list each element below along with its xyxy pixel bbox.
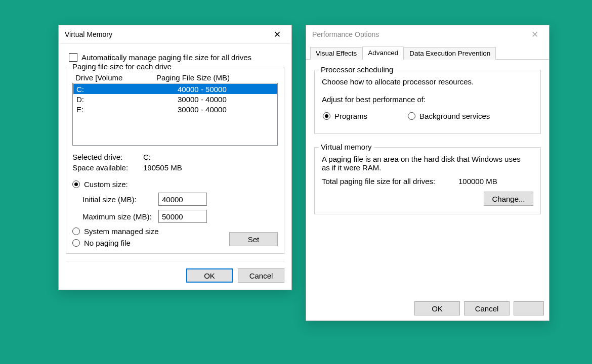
- ok-button[interactable]: OK: [186, 268, 233, 283]
- group-legend: Virtual memory: [319, 143, 374, 151]
- drive-name: C:: [76, 85, 178, 94]
- drive-size: 30000 - 40000: [178, 105, 274, 114]
- cancel-button-label: Cancel: [475, 304, 499, 313]
- tab-label: Data Execution Prevention: [409, 50, 490, 57]
- titlebar[interactable]: Performance Options ✕: [306, 25, 549, 43]
- change-button[interactable]: Change...: [484, 192, 533, 206]
- auto-manage-checkbox[interactable]: Automatically manage paging file size fo…: [69, 53, 281, 62]
- total-paging-row: Total paging file size for all drives: 1…: [322, 177, 533, 186]
- drive-name: E:: [76, 105, 178, 114]
- drive-size: 40000 - 50000: [178, 85, 274, 94]
- col-size-label: Paging File Size (MB): [156, 73, 275, 82]
- initial-size-label: Initial size (MB):: [82, 195, 158, 204]
- space-available-label: Space available:: [72, 163, 143, 172]
- background-services-radio[interactable]: Background services: [408, 112, 490, 120]
- tab-label: Advanced: [368, 49, 398, 57]
- apply-button[interactable]: Apply: [514, 301, 544, 315]
- tab-strip: Visual Effects Advanced Data Execution P…: [306, 43, 549, 60]
- auto-manage-label: Automatically manage paging file size fo…: [81, 53, 251, 62]
- cancel-button[interactable]: Cancel: [238, 268, 284, 283]
- space-available-row: Space available: 190505 MB: [72, 163, 278, 172]
- change-button-label: Change...: [492, 195, 525, 203]
- virtual-memory-desc: A paging file is an area on the hard dis…: [322, 155, 524, 172]
- custom-size-label: Custom size:: [84, 180, 128, 189]
- close-icon[interactable]: ✕: [524, 27, 546, 42]
- drive-name: D:: [76, 95, 178, 104]
- radio-icon: [408, 112, 415, 120]
- maximum-size-input[interactable]: [158, 210, 207, 223]
- drive-size: 30000 - 40000: [178, 95, 274, 104]
- system-managed-label: System managed size: [84, 227, 159, 236]
- group-legend: Paging file size for each drive: [70, 62, 174, 71]
- maximum-size-label: Maximum size (MB):: [82, 212, 158, 221]
- drive-list-row[interactable]: E: 30000 - 40000: [73, 104, 277, 114]
- performance-options-dialog: Performance Options ✕ Visual Effects Adv…: [306, 25, 549, 321]
- col-drive-label: Drive [Volume: [75, 73, 156, 82]
- total-paging-value: 100000 MB: [458, 177, 497, 186]
- processor-scheduling-group: Processor scheduling Choose how to alloc…: [314, 70, 541, 134]
- drive-list[interactable]: C: 40000 - 50000 D: 30000 - 40000 E: 300…: [72, 83, 278, 146]
- selected-drive-value: C:: [143, 153, 151, 161]
- initial-size-input[interactable]: [158, 193, 207, 206]
- paging-file-size-group: Paging file size for each drive Drive [V…: [66, 67, 284, 254]
- set-button[interactable]: Set: [229, 232, 278, 246]
- radio-icon: [72, 239, 80, 247]
- set-button-label: Set: [248, 235, 260, 244]
- selected-drive-row: Selected drive: C:: [72, 153, 278, 161]
- cancel-button-label: Cancel: [249, 271, 273, 280]
- virtual-memory-group: Virtual memory A paging file is an area …: [314, 147, 541, 214]
- selected-drive-label: Selected drive:: [72, 153, 143, 161]
- tab-label: Visual Effects: [316, 50, 357, 57]
- titlebar[interactable]: Virtual Memory ✕: [59, 25, 291, 43]
- close-icon[interactable]: ✕: [266, 27, 288, 42]
- total-paging-label: Total paging file size for all drives:: [322, 177, 458, 186]
- window-title: Performance Options: [312, 30, 379, 38]
- custom-size-radio[interactable]: Custom size:: [72, 180, 278, 189]
- background-label: Background services: [419, 112, 490, 120]
- window-title: Virtual Memory: [65, 30, 112, 38]
- radio-icon: [72, 228, 80, 235]
- processor-scheduling-desc: Choose how to allocate processor resourc…: [322, 77, 533, 86]
- drive-list-header: Drive [Volume Paging File Size (MB): [72, 73, 278, 82]
- ok-button-label: OK: [432, 304, 443, 313]
- tab-dep[interactable]: Data Execution Prevention: [404, 47, 496, 60]
- adjust-for-label: Adjust for best performance of:: [322, 95, 533, 104]
- cancel-button[interactable]: Cancel: [464, 301, 510, 315]
- ok-button-label: OK: [204, 271, 215, 280]
- checkbox-icon: [69, 53, 77, 62]
- group-legend: Processor scheduling: [319, 65, 395, 74]
- radio-icon: [323, 112, 330, 120]
- drive-list-row[interactable]: C: 40000 - 50000: [73, 84, 277, 94]
- drive-list-row[interactable]: D: 30000 - 40000: [73, 94, 277, 104]
- virtual-memory-dialog: Virtual Memory ✕ Automatically manage pa…: [58, 25, 292, 290]
- tab-advanced[interactable]: Advanced: [362, 47, 404, 60]
- ok-button[interactable]: OK: [414, 301, 460, 315]
- programs-label: Programs: [334, 112, 367, 120]
- no-paging-label: No paging file: [84, 239, 131, 247]
- apply-button-label: Apply: [519, 304, 538, 313]
- radio-icon: [72, 180, 80, 188]
- space-available-value: 190505 MB: [143, 163, 182, 172]
- tab-visual-effects[interactable]: Visual Effects: [310, 47, 362, 60]
- programs-radio[interactable]: Programs: [323, 112, 367, 120]
